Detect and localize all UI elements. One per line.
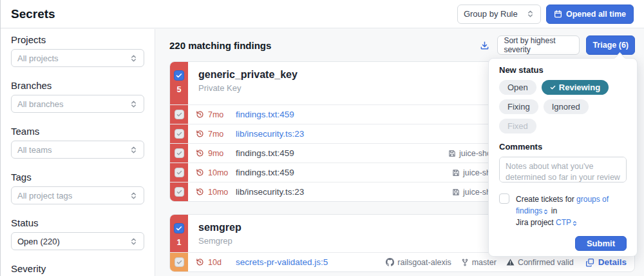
history-icon (196, 188, 204, 196)
finding-file-link[interactable]: findings.txt:459 (236, 148, 294, 158)
branches-filter-select[interactable]: All branches (11, 95, 144, 113)
row-checkbox[interactable] (175, 168, 184, 177)
status-pill-fixed: Fixed (499, 119, 536, 133)
validation-status: Confirmed valid (518, 258, 574, 267)
history-icon (196, 258, 204, 266)
status-pill-group: OpenReviewingFixingIgnoredFixed (499, 80, 627, 133)
page-title: Secrets (11, 7, 55, 21)
branch-name: master (472, 258, 497, 267)
severity-cell (170, 253, 188, 271)
triage-popover: New status OpenReviewingFixingIgnoredFix… (488, 58, 638, 257)
status-pill-fixing[interactable]: Fixing (499, 99, 538, 114)
finding-file-link[interactable]: lib/insecurity.ts:23 (236, 187, 304, 197)
teams-filter-select[interactable]: All teams (11, 141, 144, 159)
finding-age: 10d (208, 258, 231, 267)
history-icon (196, 168, 204, 177)
finding-age: 9mo (208, 149, 231, 158)
repo-icon (452, 188, 460, 196)
finding-age: 7mo (208, 130, 231, 139)
comments-input[interactable] (499, 157, 627, 182)
history-icon (196, 130, 204, 138)
finding-age: 10mo (208, 188, 231, 197)
chevron-up-down-icon (129, 54, 138, 63)
tags-filter-select[interactable]: All project tags (11, 186, 144, 204)
create-tickets-checkbox[interactable] (499, 193, 509, 204)
finding-file-link[interactable]: lib/insecurity.ts:23 (236, 129, 304, 139)
date-filter-button[interactable]: Opened all time (546, 5, 634, 24)
row-checkbox[interactable] (175, 110, 184, 119)
status-pill-open[interactable]: Open (499, 80, 536, 95)
finding-file-link[interactable]: findings.txt:459 (236, 168, 294, 177)
comments-label: Comments (499, 142, 627, 152)
create-tickets-text: Create tickets for groups of findings in… (516, 193, 627, 228)
chevron-up-down-icon (129, 146, 138, 154)
github-icon (386, 258, 394, 266)
warning-icon (506, 258, 515, 266)
row-checkbox[interactable] (175, 148, 184, 158)
rule-type: Semgrep (198, 236, 242, 246)
group-checkbox[interactable] (174, 70, 184, 81)
severity-cell (170, 144, 188, 163)
status-filter-select[interactable]: Open (220) (11, 232, 144, 250)
chevron-up-down-icon (129, 237, 138, 246)
group-count: 5 (177, 85, 182, 94)
severity-cell (170, 105, 188, 124)
jira-project-select[interactable]: CTP (556, 218, 578, 227)
history-icon (196, 149, 204, 157)
chevron-up-down-icon (526, 10, 535, 18)
rule-name: semgrep (198, 222, 242, 233)
history-icon (196, 110, 204, 119)
severity-filter-label: Severity (11, 263, 144, 274)
filter-sidebar: Projects All projects Branches All branc… (1, 29, 155, 276)
calendar-icon (554, 10, 562, 18)
details-button[interactable]: Details (585, 257, 627, 267)
top-header: Secrets Group by Rule Opened all time (1, 0, 644, 28)
severity-cell (170, 182, 188, 201)
finding-age: 7mo (208, 110, 231, 119)
group-by-value: Group by Rule (464, 9, 518, 19)
matching-findings-count: 220 matching findings (169, 40, 271, 51)
status-pill-reviewing[interactable]: Reviewing (542, 80, 609, 95)
teams-filter-label: Teams (11, 126, 144, 137)
severity-cell (170, 163, 188, 182)
group-checkbox[interactable] (174, 223, 184, 233)
repo-icon (448, 150, 456, 157)
row-checkbox[interactable] (175, 187, 184, 197)
severity-cell: 1 (170, 215, 188, 252)
repo-name: railsgoat-alexis (397, 258, 451, 267)
severity-cell: 5 (170, 62, 188, 104)
submit-button[interactable]: Submit (575, 236, 627, 251)
severity-cell (170, 124, 188, 143)
status-filter-label: Status (11, 217, 144, 228)
finding-file-link[interactable]: findings.txt:459 (236, 110, 294, 119)
new-status-label: New status (499, 65, 627, 75)
sort-select[interactable]: Sort by highest severity (497, 35, 580, 55)
status-pill-ignored[interactable]: Ignored (544, 99, 589, 114)
group-count: 1 (177, 238, 182, 247)
branches-filter-label: Branches (11, 80, 144, 91)
projects-filter-select[interactable]: All projects (11, 49, 144, 67)
projects-filter-label: Projects (11, 34, 144, 45)
fork-icon (461, 259, 469, 266)
finding-age: 10mo (208, 168, 231, 177)
details-icon (585, 258, 594, 267)
chevron-up-down-icon (129, 192, 138, 200)
chevron-up-down-icon (543, 209, 549, 215)
chevron-up-down-icon (129, 100, 138, 108)
row-checkbox[interactable] (175, 257, 184, 267)
rule-type: Private Key (198, 83, 298, 93)
check-icon (550, 84, 556, 90)
tags-filter-label: Tags (11, 172, 144, 182)
triage-button[interactable]: Triage (6) (586, 35, 635, 55)
download-icon[interactable] (478, 39, 491, 52)
repo-icon (452, 169, 460, 177)
row-checkbox[interactable] (175, 129, 184, 139)
chevron-up-down-icon (572, 221, 578, 226)
finding-file-link[interactable]: secrets-pr-validated.js:5 (236, 257, 328, 267)
rule-name: generic_private_key (198, 69, 298, 81)
group-by-select[interactable]: Group by Rule (457, 5, 541, 24)
